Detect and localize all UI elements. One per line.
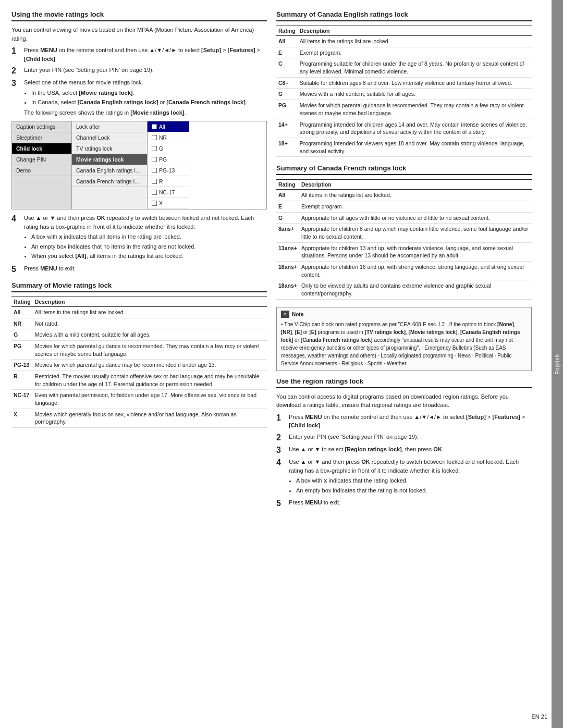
rating-cell: C8+ bbox=[276, 77, 298, 89]
table-row: 14+Programming intended for children age… bbox=[276, 119, 532, 138]
note-label: Note bbox=[292, 311, 303, 318]
region-step-1-content: Press MENU on the remote control and the… bbox=[289, 413, 532, 430]
rating-cell: G bbox=[276, 89, 298, 100]
table-row: PG-13Movies for which parental guidance … bbox=[11, 360, 267, 371]
menu-item-change-pin: Change PIN bbox=[12, 154, 71, 165]
step-3-content: Select one of the menus for movie rating… bbox=[24, 78, 267, 117]
desc-cell: Suitable for children ages 8 and over. L… bbox=[298, 77, 532, 89]
menu-rating-r: R bbox=[148, 176, 189, 187]
table-row: PGMovies for which parental guidance is … bbox=[11, 340, 267, 359]
step-3: 3 Select one of the menus for movie rati… bbox=[11, 78, 267, 117]
region-step-num-1: 1 bbox=[276, 413, 286, 430]
menu-col1: Caption settings Sleeptimer Child lock C… bbox=[12, 121, 72, 209]
desc-cell: Not rated. bbox=[33, 318, 267, 329]
menu-rating-all: All bbox=[148, 121, 189, 132]
table-row: AllAll items in the ratings list are loc… bbox=[276, 36, 532, 47]
note-header: ≡ Note bbox=[281, 311, 527, 318]
menu-item-canada-english: Canada English ratings l... bbox=[72, 165, 147, 176]
col-header-rating: Rating bbox=[276, 26, 298, 36]
rating-cell: 16ans+ bbox=[276, 262, 299, 280]
col-header-rating: Rating bbox=[276, 180, 299, 190]
rating-cell: X bbox=[11, 409, 33, 427]
step-num-1: 1 bbox=[11, 46, 21, 63]
checkbox-g bbox=[152, 146, 157, 151]
sidebar-tab-label: English bbox=[555, 354, 560, 375]
region-step-4: 4 Use ▲ or ▼ and then press OK repeatedl… bbox=[276, 458, 532, 496]
intro-text: You can control viewing of movies based … bbox=[11, 26, 267, 43]
step-1-content: Press MENU on the remote control and the… bbox=[24, 46, 267, 63]
right-column: Summary of Canada English ratings lock R… bbox=[276, 10, 532, 718]
checkbox-x bbox=[152, 201, 157, 206]
movie-ratings-lock-section: Using the movie ratings lock You can con… bbox=[11, 10, 267, 274]
checkbox-pg13 bbox=[152, 168, 157, 173]
movie-ratings-summary-section: Summary of Movie ratings lock Rating Des… bbox=[11, 281, 267, 428]
desc-cell: All items in the ratings list are locked… bbox=[33, 306, 267, 318]
section-title-canada-french: Summary of Canada French ratings lock bbox=[276, 164, 532, 175]
menu-rating-nc17: NC-17 bbox=[148, 187, 189, 198]
step-num-4: 4 bbox=[11, 214, 21, 262]
step-num-3: 3 bbox=[11, 78, 21, 117]
region-step-3-content: Use ▲ or ▼ to select [Region ratings loc… bbox=[289, 445, 532, 455]
col-header-rating: Rating bbox=[11, 297, 33, 306]
section-title-region-ratings: Use the region ratings lock bbox=[276, 377, 532, 388]
desc-cell: Programming intended for children ages 1… bbox=[298, 119, 532, 138]
menu-item-canada-french: Canada French ratings l... bbox=[72, 176, 147, 187]
movie-ratings-table: Rating Description AllAll items in the r… bbox=[11, 297, 267, 428]
table-row: NC-17Even with parental permission, forb… bbox=[11, 390, 267, 409]
region-step-num-5: 5 bbox=[276, 498, 286, 508]
rating-cell: 13ans+ bbox=[276, 242, 299, 261]
step-2-content: Enter your PIN (see 'Setting your PIN' o… bbox=[24, 66, 267, 76]
step-num-5: 5 bbox=[11, 264, 21, 274]
menu-item-demo: Demo bbox=[12, 165, 71, 176]
menu-col2: Lock after Channel Lock TV ratings lock … bbox=[72, 121, 148, 209]
region-step-1: 1 Press MENU on the remote control and t… bbox=[276, 413, 532, 430]
note-box: ≡ Note • The V-Chip can block non rated … bbox=[276, 307, 532, 371]
desc-cell: Movies for which parental guidance is re… bbox=[33, 340, 267, 359]
menu-rating-pg13: PG-13 bbox=[148, 165, 189, 176]
table-row: 18+Programming intended for viewers ages… bbox=[276, 138, 532, 156]
section-title-movie-summary: Summary of Movie ratings lock bbox=[11, 281, 267, 292]
desc-cell: Exempt program. bbox=[298, 47, 532, 58]
menu-rating-nr: NR bbox=[148, 132, 189, 143]
region-step-3: 3 Use ▲ or ▼ to select [Region ratings l… bbox=[276, 445, 532, 455]
section-title-movie-ratings: Using the movie ratings lock bbox=[11, 10, 267, 21]
region-step-5: 5 Press MENU to exit. bbox=[276, 498, 532, 508]
desc-cell: Even with parental permission, forbidden… bbox=[33, 390, 267, 409]
desc-cell: Restricted. The movies usually contain o… bbox=[33, 371, 267, 390]
left-column: Using the movie ratings lock You can con… bbox=[11, 10, 267, 718]
region-ratings-section: Use the region ratings lock You can cont… bbox=[276, 377, 532, 509]
rating-cell: E bbox=[276, 47, 298, 58]
rating-cell: All bbox=[276, 36, 298, 47]
checkbox-pg bbox=[152, 157, 157, 162]
table-row: GMovies with a mild content, suitable fo… bbox=[11, 329, 267, 341]
menu-col3: All NR G PG PG-13 R NC-17 X bbox=[148, 121, 189, 209]
rating-cell: All bbox=[11, 306, 33, 318]
desc-cell: Programming intended for viewers ages 18… bbox=[298, 138, 532, 156]
canada-english-table: Rating Description AllAll items in the r… bbox=[276, 26, 532, 157]
table-row: 16ans+Appropriate for children 16 and up… bbox=[276, 262, 532, 280]
menu-item-child-lock: Child lock bbox=[12, 143, 71, 154]
menu-item-movie-ratings-lock: Movie ratings lock bbox=[72, 154, 147, 165]
table-row: 18ans+Only to be viewed by adults and co… bbox=[276, 280, 532, 299]
menu-rating-x: X bbox=[148, 198, 189, 209]
desc-cell: Appropriate for all ages with little or … bbox=[299, 212, 532, 224]
menu-item-channel-lock: Channel Lock bbox=[72, 132, 147, 143]
table-row: C8+Suitable for children ages 8 and over… bbox=[276, 77, 532, 89]
desc-cell: All items in the ratings list are locked… bbox=[299, 190, 532, 201]
canada-french-section: Summary of Canada French ratings lock Ra… bbox=[276, 164, 532, 300]
table-row: EExempt program. bbox=[276, 201, 532, 212]
desc-cell: Appropriate for children 8 and up which … bbox=[299, 224, 532, 242]
table-row: RRestricted. The movies usually contain … bbox=[11, 371, 267, 390]
desc-cell: Movies which generally focus on sex, vio… bbox=[33, 409, 267, 427]
region-step-num-3: 3 bbox=[276, 445, 286, 455]
rating-cell: G bbox=[276, 212, 299, 224]
menu-screenshot: Caption settings Sleeptimer Child lock C… bbox=[11, 121, 267, 209]
table-row: XMovies which generally focus on sex, vi… bbox=[11, 409, 267, 427]
table-row: EExempt program. bbox=[276, 47, 532, 58]
table-row: AllAll items in the ratings list are loc… bbox=[276, 190, 532, 201]
sidebar-english-tab: English bbox=[552, 0, 563, 728]
rating-cell: 18+ bbox=[276, 138, 298, 156]
step-1: 1 Press MENU on the remote control and t… bbox=[11, 46, 267, 63]
step-5-content: Press MENU to exit. bbox=[24, 264, 267, 274]
rating-cell: PG-13 bbox=[11, 360, 33, 371]
